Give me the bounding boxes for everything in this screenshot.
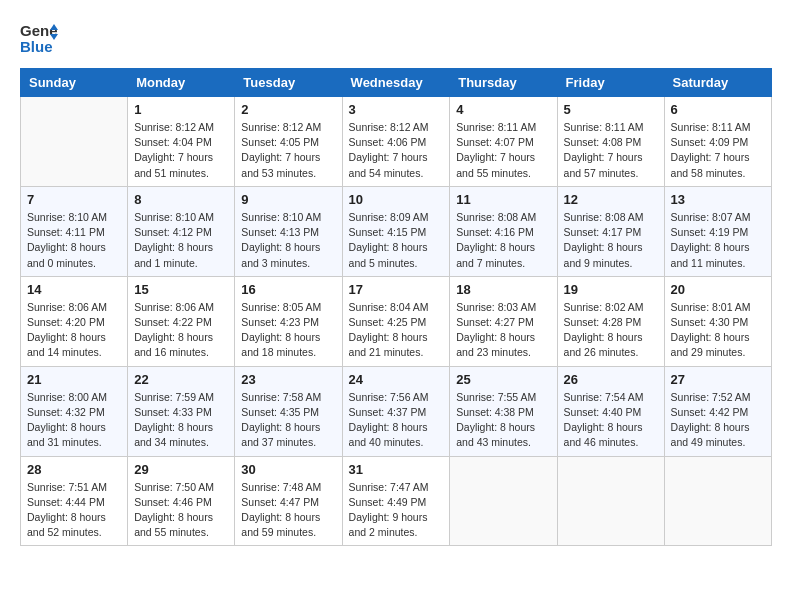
day-number: 3 — [349, 102, 444, 117]
week-row-2: 7Sunrise: 8:10 AMSunset: 4:11 PMDaylight… — [21, 186, 772, 276]
header: General Blue — [20, 20, 772, 62]
day-number: 6 — [671, 102, 765, 117]
day-number: 21 — [27, 372, 121, 387]
calendar-cell: 5Sunrise: 8:11 AMSunset: 4:08 PMDaylight… — [557, 97, 664, 187]
calendar-cell: 28Sunrise: 7:51 AMSunset: 4:44 PMDayligh… — [21, 456, 128, 546]
day-info: Sunrise: 7:51 AMSunset: 4:44 PMDaylight:… — [27, 480, 121, 541]
week-row-5: 28Sunrise: 7:51 AMSunset: 4:44 PMDayligh… — [21, 456, 772, 546]
calendar-cell: 17Sunrise: 8:04 AMSunset: 4:25 PMDayligh… — [342, 276, 450, 366]
day-number: 1 — [134, 102, 228, 117]
weekday-header-row: SundayMondayTuesdayWednesdayThursdayFrid… — [21, 69, 772, 97]
day-number: 10 — [349, 192, 444, 207]
day-number: 29 — [134, 462, 228, 477]
day-info: Sunrise: 8:12 AMSunset: 4:06 PMDaylight:… — [349, 120, 444, 181]
calendar-cell: 9Sunrise: 8:10 AMSunset: 4:13 PMDaylight… — [235, 186, 342, 276]
day-info: Sunrise: 8:10 AMSunset: 4:11 PMDaylight:… — [27, 210, 121, 271]
weekday-header-friday: Friday — [557, 69, 664, 97]
day-number: 26 — [564, 372, 658, 387]
day-number: 4 — [456, 102, 550, 117]
weekday-header-sunday: Sunday — [21, 69, 128, 97]
day-info: Sunrise: 8:11 AMSunset: 4:08 PMDaylight:… — [564, 120, 658, 181]
calendar-cell — [664, 456, 771, 546]
day-info: Sunrise: 7:47 AMSunset: 4:49 PMDaylight:… — [349, 480, 444, 541]
page-container: General Blue SundayMondayTuesdayWednesda… — [0, 0, 792, 556]
calendar-cell: 8Sunrise: 8:10 AMSunset: 4:12 PMDaylight… — [128, 186, 235, 276]
day-number: 11 — [456, 192, 550, 207]
day-info: Sunrise: 8:05 AMSunset: 4:23 PMDaylight:… — [241, 300, 335, 361]
calendar-cell: 26Sunrise: 7:54 AMSunset: 4:40 PMDayligh… — [557, 366, 664, 456]
day-info: Sunrise: 8:06 AMSunset: 4:22 PMDaylight:… — [134, 300, 228, 361]
calendar-cell: 31Sunrise: 7:47 AMSunset: 4:49 PMDayligh… — [342, 456, 450, 546]
day-number: 19 — [564, 282, 658, 297]
day-info: Sunrise: 8:10 AMSunset: 4:13 PMDaylight:… — [241, 210, 335, 271]
calendar-cell: 16Sunrise: 8:05 AMSunset: 4:23 PMDayligh… — [235, 276, 342, 366]
calendar-cell: 21Sunrise: 8:00 AMSunset: 4:32 PMDayligh… — [21, 366, 128, 456]
day-info: Sunrise: 8:01 AMSunset: 4:30 PMDaylight:… — [671, 300, 765, 361]
day-number: 17 — [349, 282, 444, 297]
day-info: Sunrise: 7:54 AMSunset: 4:40 PMDaylight:… — [564, 390, 658, 451]
calendar-cell — [21, 97, 128, 187]
calendar-cell: 24Sunrise: 7:56 AMSunset: 4:37 PMDayligh… — [342, 366, 450, 456]
calendar-cell: 15Sunrise: 8:06 AMSunset: 4:22 PMDayligh… — [128, 276, 235, 366]
day-number: 20 — [671, 282, 765, 297]
day-info: Sunrise: 8:08 AMSunset: 4:17 PMDaylight:… — [564, 210, 658, 271]
day-number: 27 — [671, 372, 765, 387]
day-number: 31 — [349, 462, 444, 477]
day-info: Sunrise: 8:12 AMSunset: 4:04 PMDaylight:… — [134, 120, 228, 181]
day-number: 5 — [564, 102, 658, 117]
calendar-cell: 25Sunrise: 7:55 AMSunset: 4:38 PMDayligh… — [450, 366, 557, 456]
week-row-1: 1Sunrise: 8:12 AMSunset: 4:04 PMDaylight… — [21, 97, 772, 187]
calendar-table: SundayMondayTuesdayWednesdayThursdayFrid… — [20, 68, 772, 546]
day-info: Sunrise: 8:11 AMSunset: 4:09 PMDaylight:… — [671, 120, 765, 181]
calendar-cell: 2Sunrise: 8:12 AMSunset: 4:05 PMDaylight… — [235, 97, 342, 187]
day-number: 13 — [671, 192, 765, 207]
weekday-header-monday: Monday — [128, 69, 235, 97]
day-info: Sunrise: 7:59 AMSunset: 4:33 PMDaylight:… — [134, 390, 228, 451]
calendar-cell: 4Sunrise: 8:11 AMSunset: 4:07 PMDaylight… — [450, 97, 557, 187]
calendar-cell: 6Sunrise: 8:11 AMSunset: 4:09 PMDaylight… — [664, 97, 771, 187]
calendar-cell: 19Sunrise: 8:02 AMSunset: 4:28 PMDayligh… — [557, 276, 664, 366]
day-info: Sunrise: 7:55 AMSunset: 4:38 PMDaylight:… — [456, 390, 550, 451]
day-info: Sunrise: 7:52 AMSunset: 4:42 PMDaylight:… — [671, 390, 765, 451]
day-number: 16 — [241, 282, 335, 297]
day-info: Sunrise: 8:07 AMSunset: 4:19 PMDaylight:… — [671, 210, 765, 271]
calendar-cell: 3Sunrise: 8:12 AMSunset: 4:06 PMDaylight… — [342, 97, 450, 187]
day-number: 14 — [27, 282, 121, 297]
day-number: 15 — [134, 282, 228, 297]
day-info: Sunrise: 8:11 AMSunset: 4:07 PMDaylight:… — [456, 120, 550, 181]
week-row-3: 14Sunrise: 8:06 AMSunset: 4:20 PMDayligh… — [21, 276, 772, 366]
day-number: 23 — [241, 372, 335, 387]
calendar-cell: 7Sunrise: 8:10 AMSunset: 4:11 PMDaylight… — [21, 186, 128, 276]
calendar-cell: 14Sunrise: 8:06 AMSunset: 4:20 PMDayligh… — [21, 276, 128, 366]
day-number: 2 — [241, 102, 335, 117]
weekday-header-wednesday: Wednesday — [342, 69, 450, 97]
day-info: Sunrise: 8:03 AMSunset: 4:27 PMDaylight:… — [456, 300, 550, 361]
day-number: 30 — [241, 462, 335, 477]
day-info: Sunrise: 8:12 AMSunset: 4:05 PMDaylight:… — [241, 120, 335, 181]
weekday-header-tuesday: Tuesday — [235, 69, 342, 97]
day-number: 22 — [134, 372, 228, 387]
day-info: Sunrise: 8:09 AMSunset: 4:15 PMDaylight:… — [349, 210, 444, 271]
day-info: Sunrise: 7:50 AMSunset: 4:46 PMDaylight:… — [134, 480, 228, 541]
day-number: 8 — [134, 192, 228, 207]
day-info: Sunrise: 8:10 AMSunset: 4:12 PMDaylight:… — [134, 210, 228, 271]
day-info: Sunrise: 8:02 AMSunset: 4:28 PMDaylight:… — [564, 300, 658, 361]
calendar-cell: 22Sunrise: 7:59 AMSunset: 4:33 PMDayligh… — [128, 366, 235, 456]
calendar-cell: 11Sunrise: 8:08 AMSunset: 4:16 PMDayligh… — [450, 186, 557, 276]
day-info: Sunrise: 8:00 AMSunset: 4:32 PMDaylight:… — [27, 390, 121, 451]
day-number: 7 — [27, 192, 121, 207]
calendar-cell: 13Sunrise: 8:07 AMSunset: 4:19 PMDayligh… — [664, 186, 771, 276]
day-number: 28 — [27, 462, 121, 477]
day-info: Sunrise: 7:56 AMSunset: 4:37 PMDaylight:… — [349, 390, 444, 451]
logo: General Blue — [20, 20, 58, 62]
weekday-header-saturday: Saturday — [664, 69, 771, 97]
day-info: Sunrise: 7:58 AMSunset: 4:35 PMDaylight:… — [241, 390, 335, 451]
calendar-cell: 18Sunrise: 8:03 AMSunset: 4:27 PMDayligh… — [450, 276, 557, 366]
calendar-cell — [557, 456, 664, 546]
logo-icon: General Blue — [20, 20, 58, 62]
calendar-cell: 12Sunrise: 8:08 AMSunset: 4:17 PMDayligh… — [557, 186, 664, 276]
calendar-cell: 10Sunrise: 8:09 AMSunset: 4:15 PMDayligh… — [342, 186, 450, 276]
day-number: 9 — [241, 192, 335, 207]
calendar-cell: 20Sunrise: 8:01 AMSunset: 4:30 PMDayligh… — [664, 276, 771, 366]
day-number: 24 — [349, 372, 444, 387]
